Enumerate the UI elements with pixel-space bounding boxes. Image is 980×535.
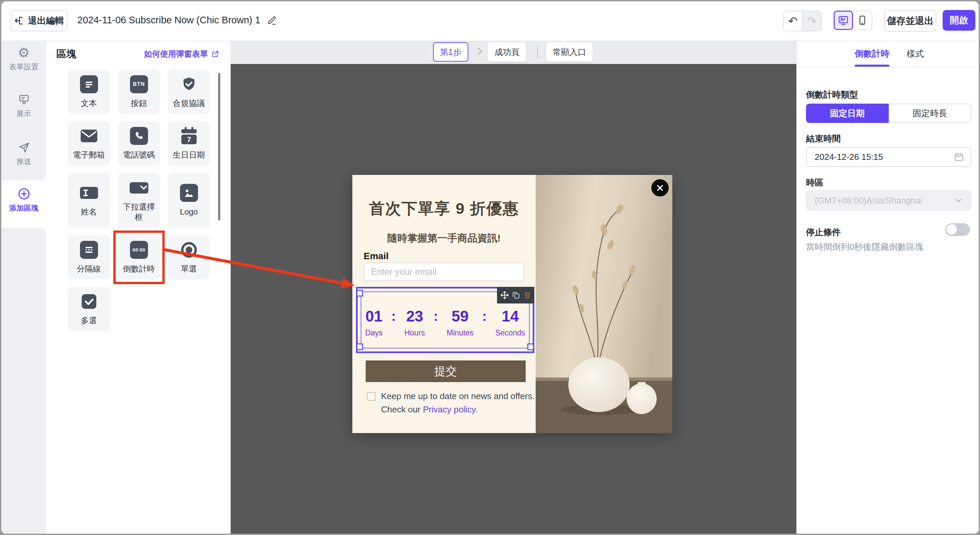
countdown-minutes-value: 59 (447, 308, 474, 324)
name-field-icon (80, 184, 99, 202)
exit-edit-button[interactable]: 退出編輯 (11, 10, 67, 31)
undo-button[interactable]: ↶ (784, 11, 802, 31)
tab-step1[interactable]: 第1步 (433, 42, 468, 62)
email-placeholder: Enter your email (371, 267, 437, 277)
move-icon[interactable] (500, 291, 509, 300)
block-card-name[interactable]: 姓名 (68, 173, 110, 228)
timezone-label: 時區 (806, 177, 823, 189)
radio-icon (180, 241, 198, 259)
block-card-button[interactable]: BTN 按鈕 (118, 70, 160, 114)
timezone-select[interactable]: (GMT+08:00)Asia/Shanghai (806, 191, 971, 211)
block-card-radio[interactable]: 單選 (168, 235, 210, 279)
sidebar-label: 展示 (2, 109, 46, 119)
display-board-icon (2, 93, 46, 106)
delete-icon[interactable] (523, 291, 531, 299)
block-card-dropdown[interactable]: 下拉選擇框 (118, 173, 160, 228)
stop-condition-description: 當時間倒到0秒後隱藏倒數區塊 (806, 241, 966, 253)
submit-button[interactable]: 提交 (366, 360, 526, 382)
popup-photo (536, 175, 672, 433)
email-label: Email (364, 251, 389, 262)
block-card-label: 合規協議 (173, 98, 205, 108)
calendar-7-icon: 7 (180, 127, 198, 145)
consent-checkbox[interactable] (367, 392, 375, 401)
tab-style-settings[interactable]: 樣式 (905, 48, 925, 60)
send-plane-icon (2, 141, 46, 154)
blocks-panel: 區塊 如何使用彈窗表單 文本 BTN 按鈕 合規協議 (46, 41, 231, 533)
popup-close-button[interactable] (651, 179, 669, 197)
popup-preview: 首次下單享 9 折優惠 隨時掌握第一手商品資訊! Email Enter you… (352, 175, 672, 433)
sidebar-item-add-block[interactable]: 添加區塊 (2, 187, 46, 213)
countdown-days-value: 01 (365, 308, 383, 324)
block-card-text[interactable]: 文本 (68, 70, 110, 114)
tab-divider (537, 46, 538, 59)
phone-handset-icon (130, 127, 148, 145)
sidebar-item-display[interactable]: 展示 (2, 93, 46, 119)
countdown-days-label: Days (365, 329, 383, 337)
redo-button[interactable]: ↷ (802, 11, 821, 31)
tab-countdown-settings[interactable]: 倒數計時 (855, 48, 889, 60)
resize-handle-top-left[interactable] (356, 290, 363, 297)
countdown-unit-hours: 23 Hours (404, 308, 425, 337)
form-title-row: 2024-11-06 Subscribe Now (Chic Brown) 1 (77, 15, 277, 25)
end-time-input[interactable]: 2024-12-26 15:15 (806, 147, 971, 167)
privacy-policy-link[interactable]: Privacy policy (423, 405, 475, 414)
fixed-duration-label: 固定時長 (913, 108, 947, 119)
email-input[interactable]: Enter your email (364, 262, 524, 281)
countdown-block-selected[interactable]: 01 Days : 23 Hours : 59 Minutes : (356, 287, 535, 353)
block-card-phone[interactable]: 電話號碼 (118, 121, 160, 165)
rail-bg-bottom (2, 228, 46, 533)
help-link[interactable]: 如何使用彈窗表單 (144, 49, 220, 59)
duplicate-icon[interactable] (512, 291, 520, 299)
panel-scrollbar[interactable] (218, 73, 220, 221)
exit-icon (14, 16, 24, 25)
block-card-divider[interactable]: 分隔線 (68, 235, 110, 279)
mobile-preview-button[interactable] (853, 11, 872, 30)
external-link-icon (212, 50, 220, 58)
left-rail: ⚙ 表單設置 展示 推送 添加區塊 (2, 41, 46, 533)
text-lines-icon (80, 75, 98, 93)
toggle-knob (947, 224, 957, 235)
block-toolbar (497, 287, 535, 303)
open-label: 開啟 (950, 14, 968, 27)
countdown-unit-minutes: 59 Minutes (447, 308, 474, 337)
tab-always-entry[interactable]: 常顯入口 (546, 42, 593, 62)
resize-handle-bottom-right[interactable] (527, 343, 534, 350)
desktop-preview-button[interactable] (834, 11, 853, 30)
divider-lines-icon (80, 241, 98, 259)
panel-tabs: 倒數計時 樣式 (797, 41, 978, 67)
popup-subtitle: 隨時掌握第一手商品資訊! (352, 232, 536, 245)
countdown-hours-label: Hours (404, 329, 425, 337)
edit-title-pencil-icon[interactable] (266, 15, 277, 25)
type-fixed-duration-button[interactable]: 固定時長 (889, 103, 971, 123)
countdown-unit-days: 01 Days (365, 308, 383, 337)
block-card-checkbox[interactable]: 多選 (68, 287, 110, 331)
block-card-label: 單選 (181, 264, 197, 274)
top-bar: 退出編輯 2024-11-06 Subscribe Now (Chic Brow… (2, 2, 978, 41)
dropdown-field-icon (129, 179, 149, 197)
block-card-compliance[interactable]: 合規協議 (168, 70, 210, 114)
svg-text:7: 7 (187, 135, 191, 144)
countdown-seconds-value: 14 (495, 308, 525, 324)
resize-handle-bottom-left[interactable] (356, 343, 363, 350)
block-card-email[interactable]: 電子郵箱 (68, 121, 110, 165)
save-and-exit-button[interactable]: 儲存並退出 (885, 10, 936, 32)
block-card-logo[interactable]: Logo (168, 173, 210, 228)
tab-success-page[interactable]: 成功頁 (488, 42, 527, 62)
block-card-birthday[interactable]: 7 生日日期 (168, 121, 210, 165)
type-fixed-date-button[interactable]: 固定日期 (806, 103, 889, 123)
stop-condition-toggle[interactable] (945, 223, 970, 236)
submit-label: 提交 (434, 364, 457, 379)
fixed-date-label: 固定日期 (830, 108, 865, 119)
device-toggle-group (834, 11, 872, 30)
block-card-label: 按鈕 (131, 98, 147, 108)
open-button[interactable]: 開啟 (943, 10, 975, 31)
block-card-label: 分隔線 (77, 264, 101, 274)
sidebar-item-push[interactable]: 推送 (2, 141, 46, 167)
sidebar-item-form-settings[interactable]: ⚙ 表單設置 (2, 45, 46, 72)
popup-title: 首次下單享 9 折優惠 (352, 198, 536, 219)
sidebar-label: 添加區塊 (2, 203, 46, 213)
consent-line1: Keep me up to date on news and offers. (381, 389, 535, 403)
sidebar-label: 表單設置 (2, 62, 46, 72)
calendar-icon (954, 152, 964, 162)
countdown-minutes-label: Minutes (447, 329, 474, 337)
